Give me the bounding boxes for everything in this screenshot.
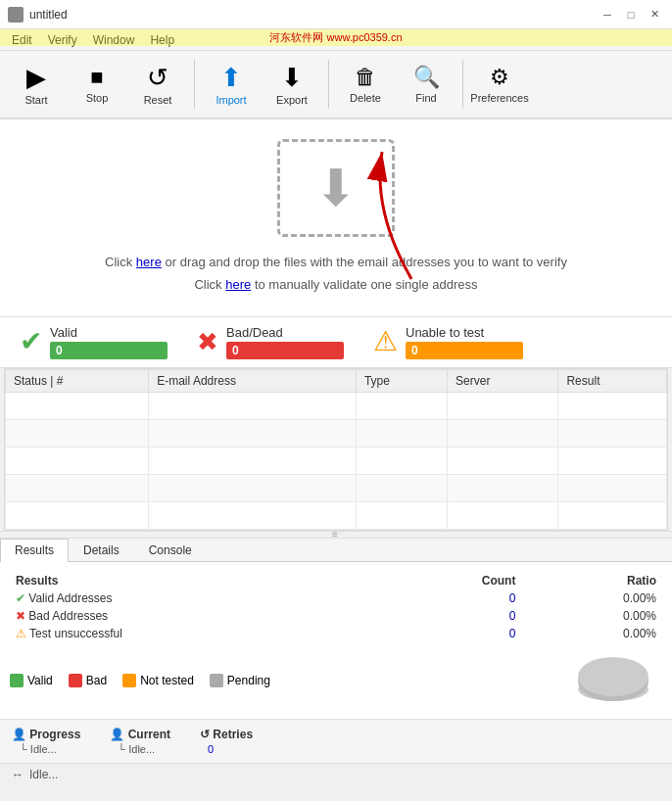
table-row <box>6 447 667 474</box>
email-results-table: Status | # E-mail Address Type Server Re… <box>5 369 667 530</box>
progress-title: 👤 Progress <box>12 728 80 741</box>
find-button[interactable]: 🔍 Find <box>398 54 455 115</box>
results-valid-label: ✔ Valid Addresses <box>10 589 379 607</box>
delete-icon: 🗑 <box>355 67 376 88</box>
drop-zone-container: ⬇ Click here or drag and drop the files … <box>0 119 672 317</box>
legend-bad-label: Bad <box>86 674 107 687</box>
legend-not-tested: Not tested <box>122 674 194 687</box>
play-icon: ▶ <box>26 65 46 90</box>
valid-icon: ✔ <box>20 328 42 355</box>
download-arrow-icon: ⬇ <box>314 163 358 213</box>
legend-pending-dot <box>210 674 223 687</box>
unable-bar: 0 <box>406 342 523 359</box>
bad-stat: ✖ Bad/Dead 0 <box>197 325 344 359</box>
toolbar: ▶ Start ■ Stop ↺ Reset ⬆ Import ⬇ Export… <box>0 51 672 119</box>
status-bar: ↔ Idle... <box>0 763 672 785</box>
retries-refresh-icon: ↺ <box>200 728 210 741</box>
results-section: Results Count Ratio ✔ Valid Addresses 0 … <box>0 562 672 719</box>
legend-not-tested-dot <box>122 674 136 687</box>
col-type: Type <box>356 369 447 392</box>
results-valid-count: 0 <box>379 589 522 607</box>
watermark: 河东软件网 www.pc0359.cn <box>0 29 672 46</box>
current-value: └ Idle... <box>110 743 170 755</box>
export-button[interactable]: ⬇ Export <box>264 54 320 115</box>
separator-1 <box>194 60 195 109</box>
col-server: Server <box>448 369 558 392</box>
maximize-button[interactable]: □ <box>621 5 641 24</box>
bottom-tabs: Results Details Console <box>0 539 672 562</box>
pie-chart <box>574 652 652 709</box>
unable-stat: ⚠ Unable to test 0 <box>373 325 523 359</box>
legend-valid-dot <box>10 674 24 687</box>
col-status: Status | # <box>6 369 149 392</box>
resize-dots: ≡ <box>332 529 340 540</box>
import-label: Import <box>216 94 246 106</box>
progress-section: 👤 Progress └ Idle... 👤 Current └ Idle...… <box>0 719 672 763</box>
legend-pending: Pending <box>210 674 270 687</box>
results-col-count: Count <box>379 572 522 589</box>
unable-label: Unable to test <box>406 325 523 340</box>
col-result: Result <box>558 369 667 392</box>
results-col-ratio: Ratio <box>521 572 662 589</box>
current-title: 👤 Current <box>110 728 170 741</box>
preferences-label: Preferences <box>470 92 528 104</box>
retries-value: 0 <box>200 743 253 755</box>
drop-zone[interactable]: ⬇ <box>277 139 395 237</box>
search-icon: 🔍 <box>413 67 440 88</box>
warning-icon: ⚠ <box>373 328 398 355</box>
bad-count: 0 <box>232 344 239 357</box>
delete-button[interactable]: 🗑 Delete <box>337 54 394 115</box>
import-button[interactable]: ⬆ Import <box>203 54 260 115</box>
current-person-icon: 👤 <box>110 728 124 741</box>
retries-title: ↺ Retries <box>200 728 253 741</box>
legend-valid: Valid <box>10 674 53 687</box>
gear-icon: ⚙ <box>490 67 509 88</box>
bad-icon: ✖ <box>197 329 218 354</box>
legend-valid-label: Valid <box>27 674 53 687</box>
export-label: Export <box>276 94 308 106</box>
stop-button[interactable]: ■ Stop <box>69 54 125 115</box>
export-icon: ⬇ <box>281 65 303 90</box>
progress-person-icon: 👤 <box>12 728 26 741</box>
results-bad-count: 0 <box>379 607 522 625</box>
table-row <box>6 501 667 529</box>
status-arrows-icon: ↔ <box>12 768 24 781</box>
bad-label: Bad/Dead <box>226 325 344 340</box>
progress-value: └ Idle... <box>12 743 80 755</box>
results-untested-count: 0 <box>379 625 522 642</box>
results-row-untested: ⚠ Test unsuccessful 0 0.00% <box>10 625 662 642</box>
table-row <box>6 474 667 501</box>
valid-count: 0 <box>56 344 63 357</box>
valid-label: Valid <box>50 325 168 340</box>
col-email: E-mail Address <box>149 369 357 392</box>
legend-area: Valid Bad Not tested Pending <box>10 674 270 687</box>
legend-pending-label: Pending <box>227 674 270 687</box>
reset-button[interactable]: ↺ Reset <box>129 54 186 115</box>
resize-handle[interactable]: ≡ <box>0 531 672 539</box>
reset-icon: ↺ <box>147 65 168 90</box>
stop-icon: ■ <box>90 67 103 88</box>
table-row <box>6 392 667 419</box>
preferences-button[interactable]: ⚙ Preferences <box>471 54 528 115</box>
valid-bar: 0 <box>50 342 168 359</box>
tab-results[interactable]: Results <box>0 539 69 562</box>
import-link-1[interactable]: here <box>136 255 162 269</box>
unable-count: 0 <box>411 344 418 357</box>
reset-label: Reset <box>144 94 172 106</box>
results-row-valid: ✔ Valid Addresses 0 0.00% <box>10 589 662 607</box>
legend-bad-dot <box>69 674 82 687</box>
tab-console[interactable]: Console <box>134 539 207 561</box>
close-button[interactable]: ✕ <box>645 5 664 24</box>
tab-details[interactable]: Details <box>69 539 134 561</box>
import-icon: ⬆ <box>220 65 242 90</box>
find-label: Find <box>415 92 436 104</box>
results-untested-label: ⚠ Test unsuccessful <box>10 625 379 642</box>
start-button[interactable]: ▶ Start <box>8 54 65 115</box>
retries-item: ↺ Retries 0 <box>200 728 253 755</box>
separator-3 <box>462 60 463 109</box>
import-link-2[interactable]: here <box>225 277 251 292</box>
results-bad-label: ✖ Bad Addresses <box>10 607 379 625</box>
minimize-button[interactable]: ─ <box>598 5 617 24</box>
stats-row: ✔ Valid 0 ✖ Bad/Dead 0 ⚠ Unable to test … <box>0 317 672 368</box>
window-controls: ─ □ ✕ <box>598 5 664 24</box>
